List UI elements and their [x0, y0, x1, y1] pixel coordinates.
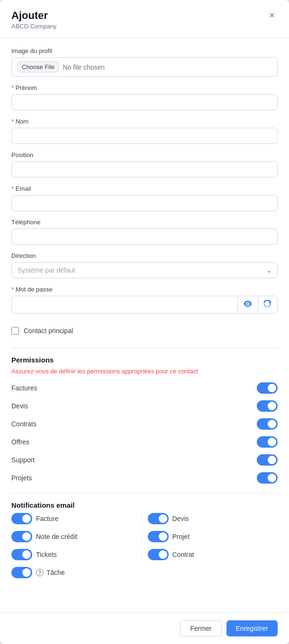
notif-label-contrat: Contrat [172, 551, 215, 558]
notif-label-tache: ? Tâche [36, 569, 79, 576]
password-group: Mot de passe [11, 286, 278, 314]
prenom-group: Prénom [11, 84, 278, 110]
permission-label-support: Support [11, 456, 35, 464]
divider-2 [11, 493, 278, 494]
permission-row-devis: Devis [11, 400, 278, 412]
password-input[interactable] [12, 297, 237, 312]
email-group: Email [11, 185, 278, 211]
divider-1 [11, 348, 278, 348]
refresh-icon-button[interactable] [258, 296, 277, 313]
email-input[interactable] [11, 195, 278, 211]
nom-label: Nom [11, 118, 278, 125]
toggle-support[interactable] [257, 454, 278, 466]
modal-container: Ajouter ABCD Company × Image du profil C… [0, 0, 289, 644]
fermer-button[interactable]: Fermer [180, 620, 221, 636]
profile-image-label: Image du profil [11, 47, 278, 54]
toggle-contrats[interactable] [257, 418, 278, 430]
toggle-projets-slider [257, 472, 278, 484]
choose-file-button[interactable]: Choose File [18, 62, 59, 72]
notif-right-contrat: Contrat [142, 549, 278, 560]
toggle-contrats-slider [257, 418, 278, 430]
telephone-input[interactable]: +1 [11, 229, 278, 245]
toggle-notif-note-credit[interactable] [11, 531, 32, 542]
contact-principal-checkbox[interactable] [11, 327, 19, 335]
toggle-factures[interactable] [257, 382, 278, 394]
direction-select-wrapper: Système par défaut ⌄ [11, 262, 278, 278]
direction-group: Direction Système par défaut ⌄ [11, 252, 278, 278]
password-input-wrapper [11, 296, 278, 314]
position-label: Position [11, 151, 278, 159]
eye-icon-button[interactable] [237, 297, 258, 313]
toggle-devis-slider [257, 400, 278, 412]
telephone-label: Téléphone [11, 219, 278, 226]
direction-select[interactable]: Système par défaut [11, 262, 278, 278]
permission-row-factures: Factures [11, 382, 278, 394]
email-label: Email [11, 185, 278, 192]
nom-group: Nom [11, 118, 278, 144]
notif-label-devis: Devis [172, 515, 215, 522]
notif-row-2: Note de crédit Projet [11, 531, 278, 542]
toggle-support-slider [257, 454, 278, 466]
notif-row-4: ? Tâche [11, 567, 278, 578]
notifications-title: Notifications email [11, 501, 278, 509]
notif-label-facture: Facture [36, 515, 79, 522]
contact-principal-label: Contact principal [24, 327, 73, 335]
permission-row-support: Support [11, 454, 278, 466]
toggle-factures-slider [257, 382, 278, 394]
eye-icon [244, 300, 252, 309]
prenom-label: Prénom [11, 84, 278, 91]
notif-label-tickets: Tickets [36, 551, 79, 558]
notif-left-tickets: Tickets [11, 549, 142, 560]
direction-label: Direction [11, 252, 278, 259]
toggle-projets[interactable] [257, 472, 278, 484]
modal-body: Image du profil Choose File No file chos… [0, 38, 289, 612]
notif-left-facture: Facture [11, 513, 142, 524]
permission-row-offres: Offres [11, 436, 278, 448]
permission-row-contrats: Contrats [11, 418, 278, 430]
permissions-section: Permissions Assurez-vous de définir les … [11, 356, 278, 484]
prenom-input[interactable] [11, 94, 278, 110]
close-icon: × [269, 10, 275, 20]
toggle-notif-devis[interactable] [148, 513, 169, 524]
permissions-list: Factures Devis Contrats [11, 382, 278, 484]
file-input-wrapper: Choose File No file chosen [11, 57, 278, 77]
toggle-offres-slider [257, 436, 278, 448]
password-label: Mot de passe [11, 286, 278, 293]
close-icon-button[interactable]: × [266, 9, 278, 21]
no-file-text: No file chosen [63, 63, 105, 71]
notif-left-note-credit: Note de crédit [11, 531, 142, 542]
modal-footer: Fermer Enregistrer [0, 612, 289, 644]
header-text-group: Ajouter ABCD Company [11, 9, 56, 30]
position-group: Position [11, 151, 278, 177]
permission-label-devis: Devis [11, 402, 28, 410]
nom-input[interactable] [11, 128, 278, 144]
toggle-notif-tickets[interactable] [11, 549, 32, 560]
toggle-devis[interactable] [257, 400, 278, 412]
permissions-warning: Assurez-vous de définir les permissions … [11, 368, 278, 375]
toggle-offres[interactable] [257, 436, 278, 448]
permission-label-contrats: Contrats [11, 420, 36, 428]
toggle-notif-contrat[interactable] [148, 549, 169, 560]
contact-principal-group: Contact principal [11, 321, 278, 340]
permission-label-factures: Factures [11, 384, 37, 392]
toggle-notif-facture[interactable] [11, 513, 32, 524]
permission-row-projets: Projets [11, 472, 278, 484]
notif-label-note-credit: Note de crédit [36, 533, 79, 540]
toggle-notif-tache[interactable] [11, 567, 32, 578]
enregistrer-button[interactable]: Enregistrer [226, 620, 278, 636]
modal-header: Ajouter ABCD Company × [0, 0, 289, 38]
notif-row-1: Facture Devis [11, 513, 278, 524]
profile-image-group: Image du profil Choose File No file chos… [11, 47, 278, 77]
notif-right-projet: Projet [142, 531, 278, 542]
notif-right-devis: Devis [142, 513, 278, 524]
position-input[interactable] [11, 161, 278, 177]
refresh-icon [264, 300, 271, 309]
notif-row-3: Tickets Contrat [11, 549, 278, 560]
permission-label-projets: Projets [11, 474, 32, 482]
notifications-section: Notifications email Facture Devis [11, 501, 278, 578]
modal-title: Ajouter [11, 9, 56, 22]
notif-left-tache: ? Tâche [11, 567, 144, 578]
toggle-notif-projet[interactable] [148, 531, 169, 542]
permissions-title: Permissions [11, 356, 278, 364]
modal-subtitle: ABCD Company [11, 23, 56, 30]
